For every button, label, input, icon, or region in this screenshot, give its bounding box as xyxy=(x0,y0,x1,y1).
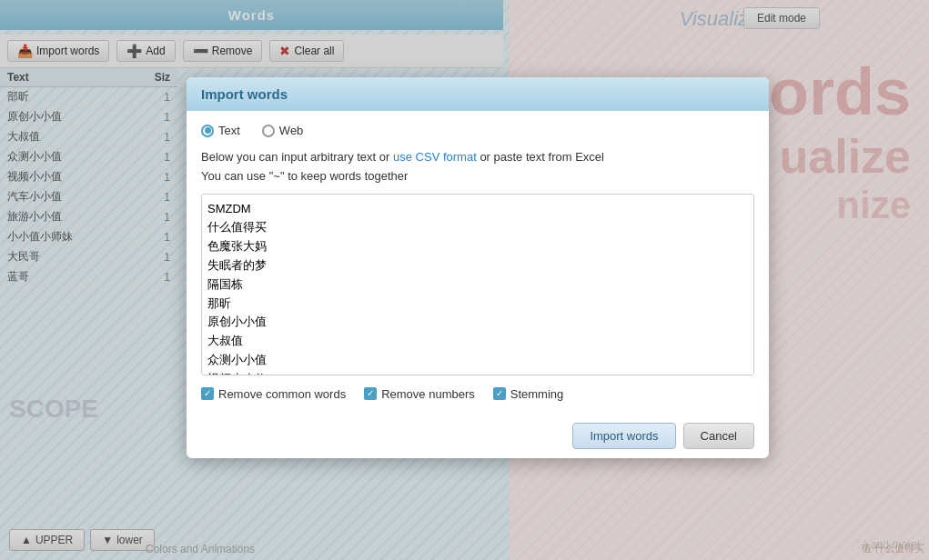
modal-body: Text Web Below you can input arbitrary t… xyxy=(187,111,769,414)
checkbox-remove_numbers[interactable]: Remove numbers xyxy=(364,387,475,401)
words-textarea[interactable] xyxy=(201,194,754,375)
cancel-button[interactable]: Cancel xyxy=(683,423,754,449)
radio-web-option[interactable]: Web xyxy=(262,124,304,137)
radio-text-option[interactable]: Text xyxy=(201,124,240,137)
cancel-button-label: Cancel xyxy=(701,429,737,443)
radio-row: Text Web xyxy=(201,124,754,137)
stemming-checkbox-box xyxy=(493,387,506,400)
modal-header: Import words xyxy=(187,77,769,111)
import-button-label: Import words xyxy=(590,429,658,443)
import-button[interactable]: Import words xyxy=(572,423,675,449)
csv-format-link[interactable]: use CSV format xyxy=(393,150,477,164)
radio-text-circle xyxy=(201,125,214,137)
checkbox-remove_common[interactable]: Remove common words xyxy=(201,387,346,401)
modal-footer: Import words Cancel xyxy=(187,414,769,458)
import-words-modal: Import words Text Web Below you can inpu… xyxy=(187,77,769,458)
info-line2: You can use "~" to keep words together xyxy=(201,169,408,183)
radio-text-label: Text xyxy=(218,124,240,137)
info-prefix: Below you can input arbitrary text or xyxy=(201,150,393,164)
checkbox-row: Remove common wordsRemove numbersStemmin… xyxy=(201,387,754,401)
radio-web-label: Web xyxy=(279,124,304,137)
checkbox-stemming[interactable]: Stemming xyxy=(493,387,564,401)
remove_numbers-checkbox-box xyxy=(364,387,377,400)
info-suffix: or paste text from Excel xyxy=(477,150,604,164)
remove_numbers-label: Remove numbers xyxy=(381,387,475,401)
remove_common-label: Remove common words xyxy=(218,387,346,401)
radio-web-circle xyxy=(262,125,275,137)
modal-title: Import words xyxy=(201,86,288,102)
remove_common-checkbox-box xyxy=(201,387,214,400)
info-text: Below you can input arbitrary text or us… xyxy=(201,148,754,186)
stemming-label: Stemming xyxy=(510,387,564,401)
